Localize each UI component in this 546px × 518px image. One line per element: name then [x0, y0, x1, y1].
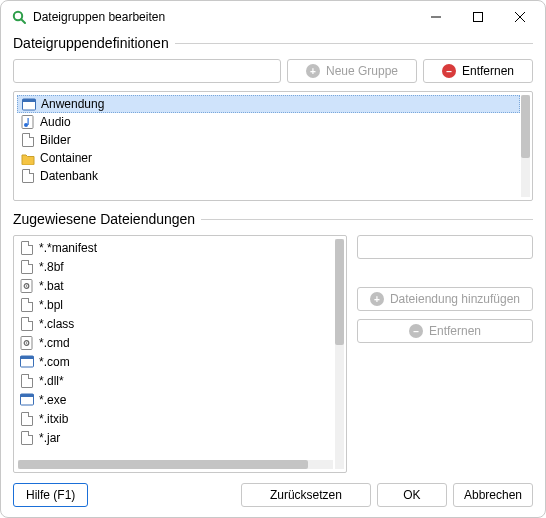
extension-item-label: *.jar	[39, 431, 60, 445]
extension-item-label: *.class	[39, 317, 74, 331]
svg-rect-10	[28, 118, 29, 125]
extensions-listbox[interactable]: *.*manifest*.8bf*.bat*.bpl*.class*.cmd*.…	[13, 235, 347, 473]
maximize-button[interactable]	[457, 2, 499, 32]
plus-icon: +	[370, 292, 384, 306]
content: Dateigruppendefinitionen + Neue Gruppe –…	[1, 33, 545, 517]
plus-icon: +	[306, 64, 320, 78]
app-icon	[11, 9, 27, 25]
help-button[interactable]: Hilfe (F1)	[13, 483, 88, 507]
extension-item-label: *.dll*	[39, 374, 64, 388]
extension-input[interactable]	[357, 235, 533, 259]
extension-item[interactable]: *.com	[18, 352, 333, 371]
svg-rect-3	[474, 13, 483, 22]
file-icon	[20, 412, 34, 426]
svg-rect-20	[21, 394, 34, 397]
extension-item[interactable]: *.class	[18, 314, 333, 333]
groups-listbox[interactable]: AnwendungAudioBilderContainerDatenbank	[13, 91, 533, 201]
file-icon	[20, 260, 34, 274]
extension-item[interactable]: *.exe	[18, 390, 333, 409]
extension-item[interactable]: *.jar	[18, 428, 333, 447]
reset-button[interactable]: Zurücksetzen	[241, 483, 371, 507]
svg-point-13	[26, 285, 28, 287]
group-item-label: Container	[40, 151, 92, 165]
note-icon	[21, 116, 35, 129]
extension-item-label: *.bpl	[39, 298, 63, 312]
group-name-input[interactable]	[13, 59, 281, 83]
group-item-label: Bilder	[40, 133, 71, 147]
file-icon	[20, 298, 34, 312]
add-extension-button[interactable]: + Dateiendung hinzufügen	[357, 287, 533, 311]
add-extension-label: Dateiendung hinzufügen	[390, 292, 520, 306]
cancel-label: Abbrechen	[464, 488, 522, 502]
window-icon	[22, 98, 36, 111]
gear-icon	[20, 279, 34, 293]
extensions-area: *.*manifest*.8bf*.bat*.bpl*.class*.cmd*.…	[13, 235, 533, 473]
minus-icon: –	[409, 324, 423, 338]
footer: Hilfe (F1) Zurücksetzen OK Abbrechen	[13, 473, 533, 507]
group-item[interactable]: Datenbank	[17, 167, 520, 185]
file-icon	[20, 374, 34, 388]
extension-item[interactable]: *.*manifest	[18, 238, 333, 257]
extension-item[interactable]: *.cmd	[18, 333, 333, 352]
group-item-label: Anwendung	[41, 97, 104, 111]
minimize-button[interactable]	[415, 2, 457, 32]
groups-scrollbar[interactable]	[521, 95, 530, 197]
svg-point-16	[26, 342, 28, 344]
extension-item[interactable]: *.itxib	[18, 409, 333, 428]
extension-item-label: *.bat	[39, 279, 64, 293]
cancel-button[interactable]: Abbrechen	[453, 483, 533, 507]
group-item[interactable]: Bilder	[17, 131, 520, 149]
group-item-label: Datenbank	[40, 169, 98, 183]
divider	[201, 219, 533, 220]
close-button[interactable]	[499, 2, 541, 32]
window-icon	[20, 393, 34, 407]
reset-label: Zurücksetzen	[270, 488, 342, 502]
file-icon	[21, 170, 35, 183]
ok-label: OK	[403, 488, 420, 502]
group-item[interactable]: Container	[17, 149, 520, 167]
extensions-controls: + Dateiendung hinzufügen – Entfernen	[357, 235, 533, 473]
extension-item-label: *.exe	[39, 393, 66, 407]
extensions-scrollbar[interactable]	[335, 239, 344, 469]
new-group-button[interactable]: + Neue Gruppe	[287, 59, 417, 83]
extensions-header: Zugewiesene Dateiendungen	[13, 211, 533, 227]
remove-extension-button[interactable]: – Entfernen	[357, 319, 533, 343]
svg-line-1	[21, 19, 25, 23]
titlebar: Dateigruppen bearbeiten	[1, 1, 545, 33]
remove-group-button[interactable]: – Entfernen	[423, 59, 533, 83]
divider	[175, 43, 533, 44]
extension-item-label: *.cmd	[39, 336, 70, 350]
extension-item[interactable]: *.8bf	[18, 257, 333, 276]
group-item-label: Audio	[40, 115, 71, 129]
ok-button[interactable]: OK	[377, 483, 447, 507]
extension-item[interactable]: *.bat	[18, 276, 333, 295]
extension-item-label: *.com	[39, 355, 70, 369]
extension-item[interactable]: *.dll*	[18, 371, 333, 390]
definitions-header: Dateigruppendefinitionen	[13, 35, 533, 51]
group-item[interactable]: Anwendung	[17, 95, 520, 113]
remove-extension-label: Entfernen	[429, 324, 481, 338]
extension-item-label: *.8bf	[39, 260, 64, 274]
group-item[interactable]: Audio	[17, 113, 520, 131]
gear-icon	[20, 336, 34, 350]
file-icon	[20, 431, 34, 445]
window-title: Dateigruppen bearbeiten	[33, 10, 415, 24]
extension-item-label: *.*manifest	[39, 241, 97, 255]
svg-rect-18	[21, 356, 34, 359]
window-icon	[20, 355, 34, 369]
file-icon	[21, 134, 35, 147]
minus-icon: –	[442, 64, 456, 78]
new-group-label: Neue Gruppe	[326, 64, 398, 78]
folder-icon	[21, 152, 35, 165]
extension-item[interactable]: *.bpl	[18, 295, 333, 314]
extensions-hscrollbar[interactable]	[18, 460, 333, 469]
definitions-title: Dateigruppendefinitionen	[13, 35, 169, 51]
definitions-toolbar: + Neue Gruppe – Entfernen	[13, 59, 533, 83]
help-label: Hilfe (F1)	[26, 488, 75, 502]
window-buttons	[415, 2, 541, 32]
svg-point-9	[24, 123, 28, 127]
remove-group-label: Entfernen	[462, 64, 514, 78]
extensions-title: Zugewiesene Dateiendungen	[13, 211, 195, 227]
window: Dateigruppen bearbeiten Dateigruppendefi…	[0, 0, 546, 518]
file-icon	[20, 241, 34, 255]
